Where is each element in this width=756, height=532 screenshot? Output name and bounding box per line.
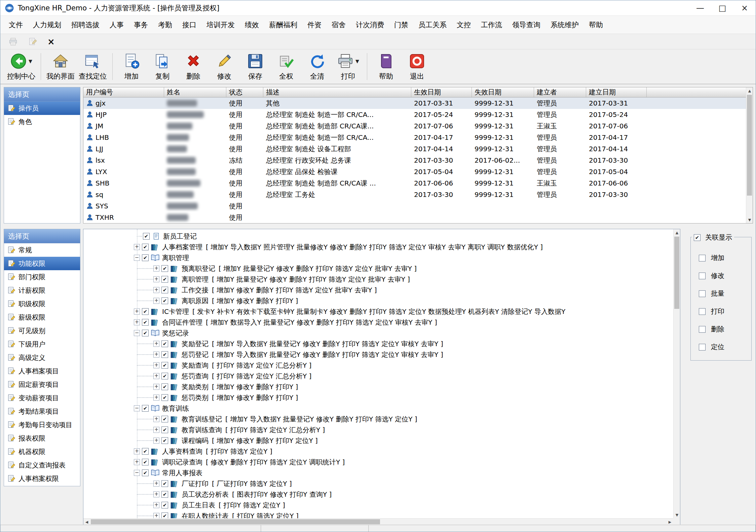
tree-item-label[interactable]: 教育训练 [162,404,189,413]
tree-item-label[interactable]: 离职管理 [162,253,189,262]
expand-icon[interactable]: + [153,276,159,282]
tree-item-label[interactable]: 奖励登记 [182,339,209,349]
checkbox[interactable]: ✔ [161,480,168,487]
table-row[interactable]: HJP使用总经理室 制造处 制造一部 CR/CA...2017-05-24999… [83,109,753,120]
menu-item[interactable]: 事务 [129,16,153,34]
menu-item[interactable]: 接口 [177,16,201,34]
scroll-down-icon[interactable]: ▼ [674,511,680,518]
tree-item-label[interactable]: 人事档案管理 [162,243,202,252]
checkbox[interactable]: ✔ [161,287,168,293]
toolbar-button[interactable]: 查找定位 [77,50,109,83]
menu-item[interactable]: 文控 [452,16,476,34]
tree-item-label[interactable]: 员工状态分析表 [182,490,229,499]
table-row[interactable]: SHB使用总经理室 制造处 制造部 CR/CA课 ...2017-06-0699… [83,177,753,189]
table-row[interactable]: LHB使用总经理室 制造处 制造一部 CR/CA...2017-04-17999… [83,132,753,143]
tree-item-label[interactable]: 新员工登记 [163,232,197,241]
selector-item[interactable]: 常规 [4,243,80,257]
tree-vertical-scrollbar[interactable]: ▲ ▼ [673,229,680,525]
scroll-up-icon[interactable]: ▲ [746,87,753,94]
scroll-down-icon[interactable]: ▼ [746,216,753,223]
expand-icon[interactable]: + [153,265,159,272]
toolbar-button[interactable]: 帮助 [371,50,402,83]
selector-item[interactable]: 考勤每日变动项目 [4,418,80,432]
selector-item[interactable]: 可见级别 [4,324,80,337]
close-button[interactable]: × [733,0,756,15]
expand-icon[interactable]: + [153,287,159,293]
checkbox[interactable]: ✔ [161,416,168,422]
tree-item-label[interactable]: 离职管理 [182,275,209,284]
menu-item[interactable]: 招聘选拔 [66,16,105,34]
tree-item-label[interactable]: 常用人事报表 [162,468,202,478]
expand-icon[interactable]: + [134,448,140,454]
toolbar-button[interactable]: ▼控制中心 [5,50,37,83]
table-row[interactable]: JM使用总经理室 制造处 制造部 CR/CA课...2017-07-069999… [83,120,753,132]
toolbar-button[interactable]: 修改 [209,50,240,83]
checkbox[interactable]: ✔ [161,491,168,498]
close-view-icon[interactable]: × [47,37,55,46]
tree-item-label[interactable]: 惩罚类别 [182,393,209,402]
column-header[interactable]: 建立者 [534,87,586,97]
scroll-up-icon[interactable]: ▲ [674,229,680,236]
maximize-button[interactable]: □ [711,0,733,15]
checkbox[interactable] [699,290,706,297]
menu-item[interactable]: 培训开发 [201,16,240,34]
expand-icon[interactable]: + [153,513,159,518]
expand-icon[interactable]: + [134,459,140,465]
menu-item[interactable]: 人力规划 [28,16,66,34]
checkbox[interactable]: ✔ [142,319,149,326]
checkbox[interactable]: ✔ [142,448,149,455]
tree-item-label[interactable]: IC卡管理 [162,307,189,316]
checkbox[interactable] [699,308,706,315]
checkbox[interactable]: ✔ [161,340,168,347]
toolbar-button[interactable]: 退出 [402,50,432,83]
scrollbar-thumb[interactable] [747,95,752,196]
expand-icon[interactable]: + [153,427,159,433]
table-vertical-scrollbar[interactable]: ▲ ▼ [746,87,753,223]
column-header[interactable]: 生效日期 [411,87,472,97]
expand-icon[interactable]: + [134,309,140,315]
column-header[interactable]: 描述 [263,87,411,97]
dropdown-arrow-icon[interactable]: ▼ [355,58,359,64]
tree-item-label[interactable]: 课程编码 [182,436,209,445]
tree-item-label[interactable]: 人事资料查询 [162,447,202,456]
checkbox[interactable] [699,255,706,261]
menu-item[interactable]: 考勤 [153,16,177,34]
menu-item[interactable]: 工作流 [476,16,507,34]
checkbox[interactable]: ✔ [142,459,149,465]
checkbox[interactable]: ✔ [161,373,168,379]
menu-item[interactable]: 领导查询 [507,16,545,34]
tree-item-label[interactable]: 员工生日表 [182,501,215,510]
toolbar-button[interactable]: 全权 [271,50,302,83]
checkbox[interactable]: ✔ [161,502,168,508]
tree-item-label[interactable]: 奖惩记录 [162,329,189,338]
expand-icon[interactable]: + [153,298,159,304]
expand-icon[interactable]: + [153,395,159,401]
checkbox[interactable]: ✔ [161,351,168,358]
tree-item-label[interactable]: 在职人数统计表 [182,511,229,519]
tree-item-label[interactable]: 奖励查询 [182,361,209,370]
toolbar-button[interactable]: 我的界面 [44,50,77,83]
tree-item-label[interactable]: 教育训练登记 [182,415,222,424]
checkbox[interactable]: ✔ [142,330,149,336]
selector-item[interactable]: 机器权限 [4,445,80,458]
menu-item[interactable]: 薪酬福利 [264,16,302,34]
collapse-icon[interactable]: − [134,405,140,411]
toolbar-button[interactable]: 删除 [178,50,209,83]
column-header[interactable]: 姓名 [164,87,226,97]
column-header[interactable]: 状态 [226,87,263,97]
selector-item[interactable]: 职级权限 [4,297,80,311]
toolbar-button[interactable]: 增加 [116,50,147,83]
selector-item[interactable]: 操作员 [4,101,80,115]
selector-item[interactable]: 变动薪资项目 [4,391,80,405]
expand-icon[interactable]: + [134,319,140,325]
checkbox[interactable]: ✔ [161,394,168,401]
menu-item[interactable]: 绩效 [240,16,264,34]
checkbox[interactable]: ✔ [142,469,149,476]
selector-item[interactable]: 自定义查询报表 [4,458,80,472]
related-option[interactable]: 打印 [699,307,751,316]
expand-icon[interactable]: + [153,491,159,497]
tree-item-label[interactable]: 惩罚查询 [182,372,209,381]
expand-icon[interactable]: + [134,244,140,250]
minimize-button[interactable]: — [689,0,711,15]
expand-icon[interactable]: + [153,384,159,390]
